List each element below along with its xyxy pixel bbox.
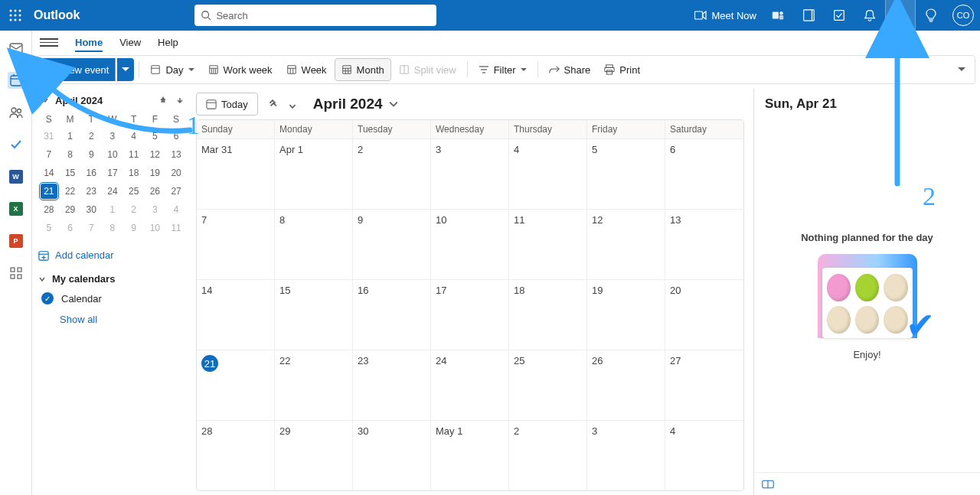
teams-icon[interactable] [763,0,793,31]
print-button[interactable]: Print [598,58,646,81]
calendar-cell[interactable]: 11 [509,209,587,279]
calendar-checkbox-icon[interactable]: ✓ [41,292,54,304]
calendar-cell[interactable]: 4 [509,138,587,209]
rail-check-icon[interactable] [8,136,24,153]
calendar-cell[interactable]: 3 [431,138,509,209]
calendar-cell[interactable]: 13 [665,209,743,279]
mini-day[interactable]: 16 [80,164,102,182]
mini-day[interactable]: 8 [60,145,81,164]
calendar-cell[interactable]: 3 [587,420,665,490]
rail-people-icon[interactable] [8,104,24,121]
tab-view[interactable]: View [119,34,141,51]
week-view-button[interactable]: Week [280,58,333,81]
mini-day[interactable]: 14 [38,164,60,182]
mini-day[interactable]: 17 [102,164,123,182]
mini-day[interactable]: 18 [123,164,145,182]
rail-word-icon[interactable]: W [8,168,24,185]
mini-day[interactable]: 22 [60,182,81,200]
notes-icon[interactable] [793,0,824,31]
calendar-cell[interactable]: 6 [665,138,743,209]
mini-day[interactable]: 8 [102,219,123,237]
calendar-cell[interactable]: 20 [665,279,743,350]
day-view-button[interactable]: Day [144,58,200,81]
mini-day[interactable]: 12 [145,145,166,164]
mini-day[interactable]: 3 [145,200,166,219]
new-event-dropdown[interactable] [117,58,134,81]
mini-day[interactable]: 6 [165,127,187,145]
notifications-icon[interactable] [854,0,885,31]
mini-day[interactable]: 7 [38,145,60,164]
mini-day[interactable]: 15 [60,164,81,182]
calendar-cell[interactable]: 4 [665,420,743,490]
mini-day[interactable]: 5 [145,127,166,145]
mini-day[interactable]: 4 [123,127,145,145]
mini-day[interactable]: 9 [80,145,102,164]
rail-calendar-icon[interactable] [8,72,24,89]
mini-day[interactable]: 2 [80,127,102,145]
app-launcher-icon[interactable] [0,0,31,31]
calendar-cell[interactable]: 27 [665,350,743,420]
month-view-button[interactable]: Month [335,58,391,81]
work-week-button[interactable]: Work week [202,58,279,81]
my-calendars-header[interactable]: My calendars [38,273,187,285]
mini-day[interactable]: 5 [38,219,60,237]
mini-day[interactable]: 21 [38,182,60,200]
mini-day[interactable]: 9 [123,219,145,237]
tab-help[interactable]: Help [158,34,178,51]
account-avatar[interactable]: CO [952,5,974,26]
tips-icon[interactable] [916,0,946,31]
calendar-cell[interactable]: May 1 [431,420,509,490]
calendar-cell[interactable]: 15 [275,279,353,350]
mini-day[interactable]: 19 [145,164,166,182]
todo-icon[interactable] [824,0,854,31]
mini-calendar[interactable]: SMTWTFS 31123456789101112131415161718192… [38,112,187,237]
mini-day[interactable]: 25 [123,182,145,200]
calendar-cell[interactable]: 28 [197,420,275,490]
rail-excel-icon[interactable]: X [8,200,24,217]
calendar-cell[interactable]: 8 [275,209,353,279]
calendar-cell[interactable]: 21 [197,350,275,420]
mini-day[interactable]: 26 [145,182,166,200]
mini-day[interactable]: 20 [165,164,187,182]
mini-day[interactable]: 24 [102,182,123,200]
immersive-reader-icon[interactable] [754,472,980,495]
mini-cal-collapse-icon[interactable] [38,93,52,107]
month-title[interactable]: April 2024 [313,96,398,112]
calendar-cell[interactable]: 7 [197,209,275,279]
mini-day[interactable]: 29 [60,200,81,219]
mini-day[interactable]: 7 [80,219,102,237]
calendar-list-item[interactable]: ✓ Calendar [41,292,187,304]
rail-mail-icon[interactable] [8,40,24,57]
mini-day[interactable]: 27 [165,182,187,200]
mini-day[interactable]: 6 [60,219,81,237]
calendar-cell[interactable]: 12 [587,209,665,279]
calendar-cell[interactable]: 2 [509,420,587,490]
mini-day[interactable]: 2 [123,200,145,219]
calendar-cell[interactable]: 29 [275,420,353,490]
calendar-cell[interactable]: 26 [587,350,665,420]
calendar-cell[interactable]: 25 [509,350,587,420]
search-input[interactable]: Search [194,5,436,26]
calendar-cell[interactable]: Apr 1 [275,138,353,209]
calendar-cell[interactable]: 22 [275,350,353,420]
mini-day[interactable]: 23 [80,182,102,200]
show-all-link[interactable]: Show all [60,314,187,325]
meet-now-button[interactable]: Meet Now [688,0,763,31]
hamburger-icon[interactable] [40,38,58,47]
mini-day[interactable]: 10 [102,145,123,164]
settings-icon[interactable] [885,0,916,31]
calendar-cell[interactable]: 16 [353,279,431,350]
today-button[interactable]: Today [196,93,258,116]
calendar-cell[interactable]: 5 [587,138,665,209]
mini-day[interactable]: 10 [145,219,166,237]
calendar-cell[interactable]: 17 [431,279,509,350]
prev-month-icon[interactable] [266,97,279,111]
mini-day[interactable]: 13 [165,145,187,164]
rail-powerpoint-icon[interactable]: P [8,233,24,249]
mini-day[interactable]: 11 [165,219,187,237]
next-month-icon[interactable] [286,97,299,111]
mini-day[interactable]: 4 [165,200,187,219]
calendar-cell[interactable]: 18 [509,279,587,350]
mini-day[interactable]: 3 [102,127,123,145]
mini-day[interactable]: 1 [102,200,123,219]
